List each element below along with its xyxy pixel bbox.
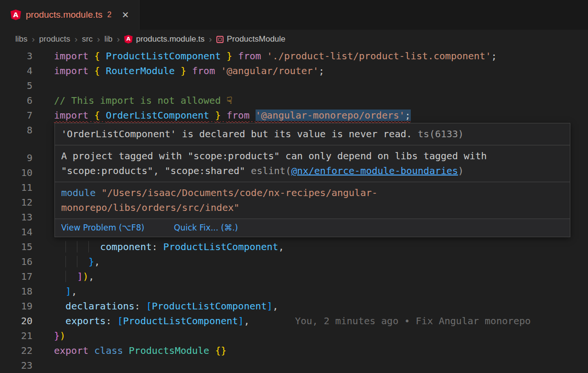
code-token xyxy=(77,241,88,252)
code-line: 17 ]), xyxy=(0,269,588,284)
code-token: ] xyxy=(65,285,71,297)
line-number: 10 xyxy=(0,165,32,180)
line-number: 3 xyxy=(0,49,32,64)
hover-section-ts-diagnostic: 'OrderListComponent' is declared but its… xyxy=(55,123,570,145)
code-token: ) xyxy=(83,271,88,282)
code-token: : xyxy=(106,315,117,327)
code-token: import xyxy=(54,50,88,62)
code-token: ☟ xyxy=(226,95,232,106)
angular-icon: A xyxy=(124,35,133,44)
angular-icon: A xyxy=(11,10,21,20)
code-line-content: import { OrderListComponent } from '@ang… xyxy=(54,108,411,123)
code-token: "/Users/isaac/Documents/code/nx-recipes/… xyxy=(101,187,377,198)
line-number: 9 xyxy=(0,151,32,165)
code-token: { xyxy=(94,50,100,62)
code-line-content: import { ProductListComponent } from './… xyxy=(54,49,497,64)
code-line: 6// This import is not allowed ☟ xyxy=(0,93,588,108)
code-token xyxy=(88,65,94,77)
line-number: 15 xyxy=(0,240,32,254)
code-token: from xyxy=(226,110,249,121)
code-token: , xyxy=(88,271,94,282)
code-token: import xyxy=(54,65,88,77)
breadcrumb-item-symbol[interactable]: ProductsModule xyxy=(216,34,286,44)
code-token: } xyxy=(181,65,186,77)
line-number: 23 xyxy=(0,358,32,373)
hover-actions: View Problem (⌥F8)Quick Fix... (⌘.) xyxy=(55,219,570,237)
code-token: ProductListComponent xyxy=(152,300,267,312)
tab-products-module-ts[interactable]: A products.module.ts 2 × xyxy=(0,0,139,30)
code-token: { xyxy=(94,110,100,121)
code-token: ; xyxy=(405,110,411,121)
code-line-content: // This import is not allowed ☟ xyxy=(54,93,232,108)
line-number: 17 xyxy=(0,269,32,284)
hover-action-quick-fix[interactable]: Quick Fix... (⌘.) xyxy=(174,220,238,235)
code-token: ProductsModule xyxy=(129,345,210,356)
breadcrumb-item-file[interactable]: Aproducts.module.ts xyxy=(124,34,205,44)
hover-widget: 'OrderListComponent' is declared but its… xyxy=(54,123,570,237)
code-token xyxy=(88,241,100,252)
hover-line: "scope:products", "scope:shared" eslint(… xyxy=(61,164,564,178)
code-line-content: import { RouterModule } from '@angular/r… xyxy=(54,64,324,78)
code-token xyxy=(65,271,77,282)
code-token: : xyxy=(152,241,163,252)
line-number: 22 xyxy=(0,343,32,358)
code-token: [ xyxy=(146,300,152,312)
tab-problems-badge: 2 xyxy=(107,11,112,19)
code-line-content: component: ProductListComponent, xyxy=(54,240,284,254)
code-token xyxy=(221,110,226,121)
code-token xyxy=(54,271,65,282)
code-token: { xyxy=(94,65,100,77)
breadcrumb-symbol-label: ProductsModule xyxy=(227,34,286,44)
code-token: RouterModule xyxy=(106,65,175,77)
code-line-content: }) xyxy=(54,329,65,343)
breadcrumb: libs›products›src›lib›Aproducts.module.t… xyxy=(0,30,588,49)
code-token xyxy=(65,256,77,267)
code-token: eslint( xyxy=(251,165,291,176)
code-token xyxy=(215,65,221,77)
code-token xyxy=(209,110,215,121)
code-line: 3import { ProductListComponent } from '.… xyxy=(0,49,588,64)
code-token: , xyxy=(71,285,77,297)
breadcrumb-separator-icon: › xyxy=(75,34,77,44)
code-token: from xyxy=(238,50,261,62)
code-token: {} xyxy=(215,345,226,356)
hover-action-view-problem[interactable]: View Problem (⌥F8) xyxy=(61,220,144,235)
code-token: '@angular-monorepo/orders' xyxy=(256,110,405,121)
breadcrumb-separator-icon: › xyxy=(209,34,212,44)
code-token xyxy=(123,345,129,356)
code-token: } xyxy=(54,330,60,341)
code-line: 22export class ProductsModule {} xyxy=(0,343,588,358)
code-token xyxy=(100,50,106,62)
diagnostic-rule-link[interactable]: @nx/enforce-module-boundaries xyxy=(291,165,458,176)
code-token: ) xyxy=(60,330,65,341)
code-editor[interactable]: 3import { ProductListComponent } from '.… xyxy=(0,49,588,373)
line-number: 8 xyxy=(0,123,32,138)
code-line-content: ]), xyxy=(54,269,94,284)
code-token xyxy=(65,241,77,252)
code-token: ) xyxy=(458,165,464,176)
line-number: 6 xyxy=(0,93,32,108)
code-token: ] xyxy=(77,271,83,282)
breadcrumb-item-products[interactable]: products xyxy=(39,34,70,44)
code-token xyxy=(54,241,65,252)
git-blame-annotation: You, 2 minutes ago • Fix Angular monorep… xyxy=(295,315,531,327)
code-token xyxy=(54,285,65,297)
code-token: } xyxy=(88,256,94,267)
code-token: ; xyxy=(491,50,497,62)
tab-close-icon[interactable]: × xyxy=(122,9,128,21)
code-token xyxy=(54,300,65,312)
code-token: , xyxy=(273,300,278,312)
hover-section-module-info: module "/Users/isaac/Documents/code/nx-r… xyxy=(55,182,570,219)
line-number: 16 xyxy=(0,254,32,269)
code-token: monorepo/libs/orders/src/index" xyxy=(61,202,239,213)
line-number: 21 xyxy=(0,329,32,343)
code-line-content: declarations: [ProductListComponent], xyxy=(54,299,278,314)
code-token xyxy=(54,315,65,327)
code-line: 19 declarations: [ProductListComponent], xyxy=(0,299,588,314)
code-line-content: ], xyxy=(54,284,77,299)
breadcrumb-item-lib[interactable]: lib xyxy=(104,34,112,44)
breadcrumb-item-libs[interactable]: libs xyxy=(15,34,28,44)
breadcrumb-file-label: products.module.ts xyxy=(136,34,205,44)
code-token: export xyxy=(54,345,88,356)
breadcrumb-item-src[interactable]: src xyxy=(82,34,93,44)
